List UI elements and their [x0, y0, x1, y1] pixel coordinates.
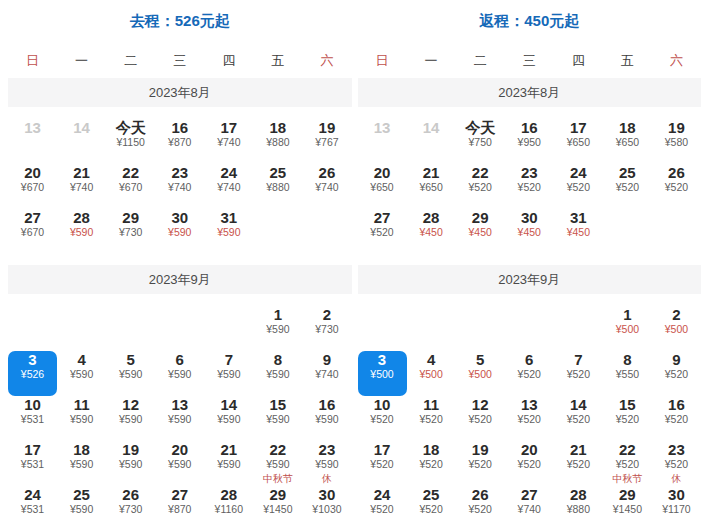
date-cell[interactable]: 4¥590 — [57, 351, 106, 396]
date-cell[interactable]: 25¥880 — [253, 164, 302, 209]
date-cell[interactable]: 27¥740 — [505, 486, 554, 531]
date-cell[interactable]: 25¥520 — [407, 486, 456, 531]
day-number: 24 — [374, 486, 391, 503]
date-cell[interactable]: 8¥550 — [603, 351, 652, 396]
day-number: 20 — [521, 441, 538, 458]
date-cell[interactable]: 11¥590 — [57, 396, 106, 441]
date-cell[interactable]: 17¥740 — [204, 119, 253, 164]
date-cell[interactable]: 16¥590 — [302, 396, 351, 441]
date-cell[interactable]: 10¥520 — [358, 396, 407, 441]
date-cell[interactable]: 23¥740 — [155, 164, 204, 209]
date-cell[interactable]: 16¥870 — [155, 119, 204, 164]
date-cell[interactable]: 19¥590 — [106, 441, 155, 486]
date-cell[interactable]: 17¥650 — [554, 119, 603, 164]
date-cell[interactable]: 21¥650 — [407, 164, 456, 209]
date-cell[interactable]: 15¥590 — [253, 396, 302, 441]
date-cell[interactable]: 今天¥750 — [456, 119, 505, 164]
date-cell-selected[interactable]: 3¥500 — [358, 351, 407, 396]
date-cell[interactable]: 24¥520 — [358, 486, 407, 531]
date-cell[interactable]: 21¥520 — [554, 441, 603, 486]
date-cell[interactable]: 6¥590 — [155, 351, 204, 396]
date-cell[interactable]: 26¥730 — [106, 486, 155, 531]
date-cell[interactable]: 9¥740 — [302, 351, 351, 396]
date-cell[interactable]: 20¥590 — [155, 441, 204, 486]
date-cell[interactable]: 5¥500 — [456, 351, 505, 396]
date-cell[interactable]: 20¥670 — [8, 164, 57, 209]
date-cell[interactable]: 18¥590 — [57, 441, 106, 486]
date-cell[interactable]: 12¥590 — [106, 396, 155, 441]
date-cell[interactable]: 25¥520 — [603, 164, 652, 209]
date-cell[interactable]: 19¥767 — [302, 119, 351, 164]
date-cell[interactable]: 24¥531 — [8, 486, 57, 531]
date-cell[interactable]: 19¥520 — [456, 441, 505, 486]
date-cell[interactable]: 22¥670 — [106, 164, 155, 209]
date-cell[interactable]: 26¥740 — [302, 164, 351, 209]
date-cell[interactable]: 20¥520 — [505, 441, 554, 486]
date-cell[interactable]: 21¥590 — [204, 441, 253, 486]
date-cell[interactable]: 13¥590 — [155, 396, 204, 441]
day-number: 29 — [619, 486, 636, 503]
date-cell[interactable]: 7¥590 — [204, 351, 253, 396]
day-number: 14 — [220, 396, 237, 413]
date-cell[interactable]: 中秋节29¥1450 — [253, 486, 302, 531]
date-cell[interactable]: 18¥650 — [603, 119, 652, 164]
date-cell[interactable]: 24¥520 — [554, 164, 603, 209]
date-cell[interactable]: 18¥880 — [253, 119, 302, 164]
date-cell[interactable]: 27¥870 — [155, 486, 204, 531]
date-cell[interactable]: 27¥520 — [358, 209, 407, 254]
date-cell[interactable]: 2¥730 — [302, 306, 351, 351]
date-cell-selected[interactable]: 3¥526 — [8, 351, 57, 396]
day-number: 22 — [122, 164, 139, 181]
day-number: 13 — [374, 119, 391, 136]
date-cell[interactable]: 今天¥1150 — [106, 119, 155, 164]
date-cell[interactable]: 17¥520 — [358, 441, 407, 486]
date-cell[interactable]: 1¥590 — [253, 306, 302, 351]
date-cell[interactable]: 中秋节29¥1450 — [603, 486, 652, 531]
date-cell[interactable]: 9¥520 — [652, 351, 701, 396]
date-cell[interactable]: 24¥740 — [204, 164, 253, 209]
date-cell[interactable]: 31¥450 — [554, 209, 603, 254]
date-cell[interactable]: 29¥730 — [106, 209, 155, 254]
date-cell[interactable]: 2¥500 — [652, 306, 701, 351]
date-cell[interactable]: 22¥520 — [456, 164, 505, 209]
date-cell[interactable]: 16¥950 — [505, 119, 554, 164]
date-cell[interactable]: 20¥650 — [358, 164, 407, 209]
date-cell[interactable]: 19¥580 — [652, 119, 701, 164]
date-cell[interactable]: 16¥520 — [652, 396, 701, 441]
date-cell[interactable]: 23¥520 — [505, 164, 554, 209]
date-cell[interactable]: 28¥1160 — [204, 486, 253, 531]
date-cell[interactable]: 26¥520 — [652, 164, 701, 209]
date-cell[interactable]: 14¥520 — [554, 396, 603, 441]
date-cell[interactable]: 6¥520 — [505, 351, 554, 396]
date-cell[interactable]: 30¥590 — [155, 209, 204, 254]
date-cell[interactable]: 14¥590 — [204, 396, 253, 441]
date-cell[interactable]: 10¥531 — [8, 396, 57, 441]
date-cell[interactable]: 30¥450 — [505, 209, 554, 254]
date-cell[interactable]: 8¥590 — [253, 351, 302, 396]
date-cell[interactable]: 17¥531 — [8, 441, 57, 486]
date-cell[interactable]: 5¥590 — [106, 351, 155, 396]
date-cell[interactable]: 15¥520 — [603, 396, 652, 441]
date-cell[interactable]: 27¥670 — [8, 209, 57, 254]
date-cell[interactable]: 18¥520 — [407, 441, 456, 486]
date-cell[interactable]: 28¥590 — [57, 209, 106, 254]
date-cell[interactable]: 4¥500 — [407, 351, 456, 396]
date-cell[interactable]: 28¥450 — [407, 209, 456, 254]
date-cell[interactable]: 休30¥1030 — [302, 486, 351, 531]
date-cell[interactable]: 11¥520 — [407, 396, 456, 441]
day-number: 24 — [570, 164, 587, 181]
date-cell[interactable]: 26¥520 — [456, 486, 505, 531]
day-number: 19 — [472, 441, 489, 458]
date-cell[interactable]: 12¥520 — [456, 396, 505, 441]
date-cell[interactable]: 25¥590 — [57, 486, 106, 531]
date-cell[interactable]: 31¥590 — [204, 209, 253, 254]
week-row: 3¥5264¥5905¥5906¥5907¥5908¥5909¥740 — [8, 351, 352, 396]
date-cell[interactable]: 7¥520 — [554, 351, 603, 396]
date-cell[interactable]: 21¥740 — [57, 164, 106, 209]
date-cell[interactable]: 29¥450 — [456, 209, 505, 254]
date-cell[interactable]: 休30¥1170 — [652, 486, 701, 531]
date-cell[interactable]: 28¥880 — [554, 486, 603, 531]
date-cell[interactable]: 13¥520 — [505, 396, 554, 441]
day-number: 20 — [171, 441, 188, 458]
date-cell[interactable]: 1¥500 — [603, 306, 652, 351]
